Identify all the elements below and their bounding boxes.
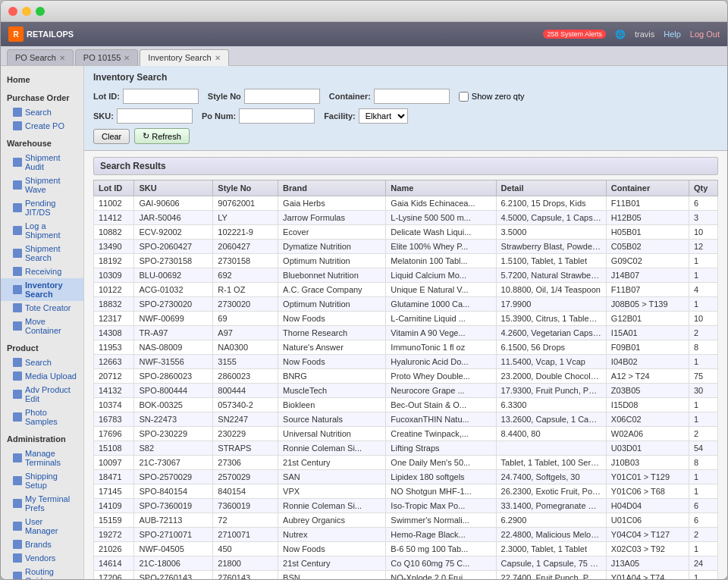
table-cell: 90762001 xyxy=(213,196,278,211)
table-cell: SPO-2860023 xyxy=(134,369,213,384)
table-row[interactable]: 17206SPO-27601432760143BSNNO-Xplode 2.0 … xyxy=(94,571,718,580)
tab-po-10155[interactable]: PO 10155 ✕ xyxy=(75,49,139,65)
sidebar-item-photo-samples[interactable]: Photo Samples xyxy=(1,406,83,428)
table-row[interactable]: 10882ECV-92002102221-9EcoverDelicate Was… xyxy=(94,225,718,240)
table-cell: 75 xyxy=(689,369,718,384)
sidebar-item-create-po[interactable]: Create PO xyxy=(1,119,83,133)
po-num-input[interactable] xyxy=(239,108,315,124)
sidebar-item-receiving[interactable]: Receiving xyxy=(1,265,83,278)
table-row[interactable]: 14308TR-A97A97Thorne ResearchVitamin A 9… xyxy=(94,326,718,340)
table-row[interactable]: 11002GAI-9060690762001Gaia HerbsGaia Kid… xyxy=(94,196,718,211)
sidebar-item-tote-creator[interactable]: Tote Creator xyxy=(1,301,83,315)
sidebar-item-log-shipment[interactable]: Log a Shipment xyxy=(1,219,83,242)
table-row[interactable]: 10309BLU-00692692Bluebonnet NutritionLiq… xyxy=(94,268,718,283)
show-zero-qty-field: Show zero qty xyxy=(459,92,525,102)
table-row[interactable]: 11412JAR-50046LYJarrow FormulasL-Lysine … xyxy=(94,211,718,225)
table-row[interactable]: 18192SPO-27301582730158Optimum Nutrition… xyxy=(94,254,718,268)
table-cell: 18832 xyxy=(94,297,134,312)
window-controls xyxy=(8,7,45,16)
table-cell: Nutrex xyxy=(278,528,386,542)
sidebar-section-admin-title: Administration xyxy=(1,431,83,447)
table-cell: 8.4400, 80 xyxy=(496,427,606,441)
sidebar-item-move-container[interactable]: Move Container xyxy=(1,315,83,337)
alerts-indicator[interactable]: 258 System Alerts xyxy=(543,30,606,39)
table-row[interactable]: 14132SPO-800444800444MuscleTechNeurocore… xyxy=(94,384,718,398)
table-row[interactable]: 13490SPO-20604272060427Dymatize Nutritio… xyxy=(94,240,718,254)
tab-inventory-search-close[interactable]: ✕ xyxy=(215,54,221,62)
top-bar: R RETAILOPS 258 System Alerts 🌐 travis H… xyxy=(1,22,727,46)
my-terminal-prefs-icon xyxy=(13,499,22,508)
table-row[interactable]: 19272SPO-27100712710071NutrexHemo-Rage B… xyxy=(94,528,718,542)
table-row[interactable]: 12663NWF-315563155Now FoodsHyaluronic Ac… xyxy=(94,355,718,369)
table-row[interactable]: 11953NAS-08009NA0300Nature's AnswerImmun… xyxy=(94,340,718,355)
facility-field: Facility: Elkhart Other xyxy=(324,108,408,124)
table-row[interactable]: 12317NWF-0069969Now FoodsL-Carnitine Liq… xyxy=(94,312,718,326)
sidebar-item-shipment-wave[interactable]: Shipment Wave xyxy=(1,174,83,196)
style-no-input[interactable] xyxy=(244,89,320,104)
title-bar xyxy=(1,1,727,22)
sidebar-item-my-terminal-prefs[interactable]: My Terminal Prefs xyxy=(1,492,83,515)
lot-id-field: Lot ID: xyxy=(93,89,199,104)
sidebar-item-po-search[interactable]: Search xyxy=(1,105,83,119)
table-cell: Nature's Answer xyxy=(278,340,386,355)
clear-button[interactable]: Clear xyxy=(93,129,130,144)
close-button[interactable] xyxy=(8,7,17,16)
user-name[interactable]: travis xyxy=(635,30,654,39)
sidebar-item-inventory-search[interactable]: Inventory Search xyxy=(1,278,83,301)
table-cell: J10B03 xyxy=(606,456,689,470)
table-row[interactable]: 10374BOK-00325057340-2BiokleenBec-Out St… xyxy=(94,398,718,412)
table-cell: Hyaluronic Acid Do... xyxy=(386,355,496,369)
logo-text: RETAILOPS xyxy=(27,30,74,39)
table-row[interactable]: 15108S82STRAPSRonnie Coleman Si...Liftin… xyxy=(94,441,718,456)
table-row[interactable]: 1009721C-730672730621st CenturyOne Daily… xyxy=(94,456,718,470)
table-cell: 450 xyxy=(213,542,278,556)
facility-select[interactable]: Elkhart Other xyxy=(359,108,408,124)
table-row[interactable]: 17696SPO-230229230229Universal Nutrition… xyxy=(94,427,718,441)
sidebar-item-vendors[interactable]: Vendors xyxy=(1,551,83,565)
table-row[interactable]: 10122ACG-01032R-1 OZA.C. Grace CompanyUn… xyxy=(94,283,718,297)
tab-po-10155-close[interactable]: ✕ xyxy=(124,54,130,62)
lot-id-label: Lot ID: xyxy=(93,92,120,101)
tab-po-search-close[interactable]: ✕ xyxy=(59,54,65,62)
sidebar-item-shipping-setup[interactable]: Shipping Setup xyxy=(1,469,83,492)
table-cell: 1 xyxy=(689,355,718,369)
sidebar-item-brands[interactable]: Brands xyxy=(1,538,83,551)
table-row[interactable]: 18471SPO-25700292570029SANLipidex 180 so… xyxy=(94,470,718,484)
logout-link[interactable]: Log Out xyxy=(690,30,720,39)
sidebar-item-user-manager[interactable]: User Manager xyxy=(1,515,83,538)
help-link[interactable]: Help xyxy=(664,30,681,39)
sku-input[interactable] xyxy=(117,108,193,124)
sidebar-item-receiving-label: Receiving xyxy=(25,267,61,276)
sidebar-item-pending-jit[interactable]: Pending JIT/DS xyxy=(1,196,83,219)
maximize-button[interactable] xyxy=(36,7,45,16)
lot-id-input[interactable] xyxy=(123,89,199,104)
sidebar-item-manage-terminals[interactable]: Manage Terminals xyxy=(1,447,83,469)
minimize-button[interactable] xyxy=(22,7,31,16)
table-row[interactable]: 15159AUB-7211372Aubrey OrganicsSwimmer's… xyxy=(94,513,718,528)
sidebar-item-media-upload[interactable]: Media Upload xyxy=(1,369,83,383)
sidebar-section-product-title: Product xyxy=(1,340,83,356)
table-row[interactable]: 17145SPO-840154840154VPXNO Shotgun MHF-1… xyxy=(94,484,718,499)
table-row[interactable]: 1461421C-180062180021st CenturyCo Q10 60… xyxy=(94,556,718,571)
table-row[interactable]: 20712SPO-28600232860023BNRGProto Whey Do… xyxy=(94,369,718,384)
tab-inventory-search[interactable]: Inventory Search ✕ xyxy=(140,49,228,66)
table-row[interactable]: 21026NWF-04505450Now FoodsB-6 50 mg 100 … xyxy=(94,542,718,556)
show-zero-qty-checkbox[interactable] xyxy=(459,92,469,102)
sku-field: SKU: xyxy=(93,108,193,124)
tab-po-search[interactable]: PO Search ✕ xyxy=(7,49,74,65)
table-row[interactable]: 18832SPO-27300202730020Optimum Nutrition… xyxy=(94,297,718,312)
table-cell: 20712 xyxy=(94,369,134,384)
table-row[interactable]: 14109SPO-73600197360019Ronnie Coleman Si… xyxy=(94,499,718,513)
table-row[interactable]: 16783SN-22473SN2247Source NaturalsFucoxa… xyxy=(94,412,718,427)
sidebar-item-routing-guide[interactable]: Routing Guide xyxy=(1,565,83,579)
table-cell: 17145 xyxy=(94,484,134,499)
container-input[interactable] xyxy=(374,89,450,104)
sidebar-item-adv-product-edit[interactable]: Adv Product Edit xyxy=(1,383,83,406)
table-cell: 10882 xyxy=(94,225,134,240)
sidebar-item-tote-creator-label: Tote Creator xyxy=(25,303,71,312)
sidebar-item-shipment-search[interactable]: Shipment Search xyxy=(1,242,83,265)
sidebar-item-product-search[interactable]: Search xyxy=(1,356,83,369)
refresh-button[interactable]: ↻ Refresh xyxy=(134,128,190,144)
table-cell: BLU-00692 xyxy=(134,268,213,283)
sidebar-item-shipment-audit[interactable]: Shipment Audit xyxy=(1,151,83,174)
